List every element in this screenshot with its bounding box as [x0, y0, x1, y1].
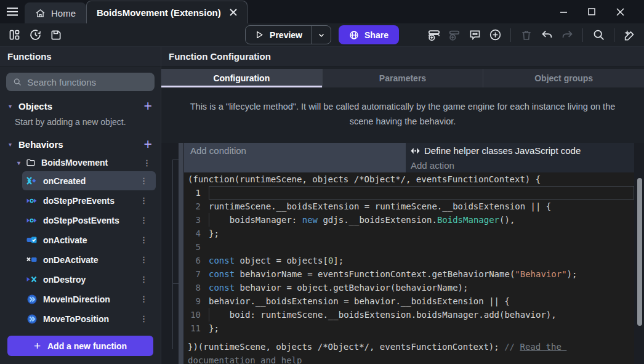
kebab-menu-icon[interactable]: ⋮ — [140, 235, 151, 245]
function-item-dosteppostevents[interactable]: doStepPostEvents ⋮ — [22, 211, 156, 230]
collapse-triangle-icon[interactable]: ▾ — [17, 160, 20, 166]
plus-circle-icon — [489, 28, 502, 41]
history-button[interactable] — [27, 27, 43, 43]
event-tree-line — [172, 160, 173, 349]
tab-close-icon[interactable] — [230, 9, 237, 16]
tab-configuration[interactable]: Configuration — [161, 69, 323, 87]
code-line[interactable]: 8const behavior = object.getBehavior(beh… — [184, 281, 634, 294]
code-scrollbar-thumb[interactable] — [637, 178, 642, 326]
preview-button-main[interactable]: Preview — [246, 26, 312, 44]
close-button[interactable] — [606, 0, 634, 23]
add-subevent-button[interactable] — [446, 27, 462, 43]
add-object-button[interactable]: + — [144, 99, 152, 113]
function-item-oncreated[interactable]: onCreated ⋮ — [22, 171, 156, 190]
main-menu-button[interactable] — [0, 0, 25, 23]
kebab-menu-icon[interactable]: ⋮ — [140, 294, 151, 304]
event-drag-handle[interactable] — [179, 143, 183, 364]
tab-extension-label: BoidsMovement (Extension) — [97, 7, 221, 18]
kebab-menu-icon[interactable]: ⋮ — [140, 255, 151, 264]
minimize-button[interactable] — [549, 0, 578, 23]
search-functions-box[interactable] — [6, 73, 155, 91]
save-button[interactable] — [48, 27, 64, 43]
maximize-button[interactable] — [578, 0, 606, 23]
function-item-label: onCreated — [43, 176, 86, 186]
function-item-onactivate[interactable]: onActivate ⋮ — [22, 230, 156, 249]
function-item-label: MoveToPosition — [43, 314, 109, 324]
kebab-menu-icon[interactable]: ⋮ — [140, 176, 151, 185]
function-item-moveindirection[interactable]: MoveInDirection ⋮ — [22, 289, 156, 309]
sidebar-title: Functions — [0, 47, 161, 67]
share-button[interactable]: Share — [339, 25, 399, 44]
line-number: 1 — [184, 186, 209, 200]
kebab-menu-icon[interactable]: ⋮ — [140, 196, 151, 205]
function-item-dosteppreevents[interactable]: doStepPreEvents ⋮ — [22, 191, 156, 210]
preview-dropdown-button[interactable] — [312, 26, 331, 44]
add-action-cell[interactable]: Add action — [406, 159, 634, 172]
close-icon — [616, 8, 624, 16]
toolbar-left — [6, 27, 245, 43]
kebab-menu-icon[interactable]: ⋮ — [140, 275, 151, 284]
add-behavior-button[interactable]: + — [144, 137, 152, 152]
code-line[interactable]: 10 boid: runtimeScene.__boidsExtension.b… — [184, 308, 634, 322]
add-condition-cell[interactable]: Add condition — [184, 143, 406, 172]
titlebar: Home BoidsMovement (Extension) — [0, 0, 644, 23]
event-tree-tick — [172, 160, 179, 160]
tab-home[interactable]: Home — [25, 2, 86, 23]
tab-object-groups[interactable]: Object groups — [483, 69, 644, 87]
add-event-icon — [427, 28, 441, 42]
function-item-label: onActivate — [43, 235, 87, 245]
collapse-triangle-icon[interactable]: ▾ — [9, 141, 12, 148]
edit-extension-button[interactable] — [622, 27, 638, 43]
function-item-ondestroy[interactable]: onDestroy ⋮ — [22, 270, 156, 289]
search-button[interactable] — [590, 27, 606, 43]
main-panel-title: Function Configuration — [161, 47, 644, 67]
add-event-button[interactable] — [426, 27, 442, 43]
search-functions-input[interactable] — [27, 77, 148, 87]
code-line[interactable]: 11}; — [184, 322, 634, 335]
code-line[interactable]: 5​ — [184, 240, 634, 254]
kebab-menu-icon[interactable]: ⋮ — [143, 158, 161, 168]
add-new-function-button[interactable]: + Add a new function — [7, 336, 153, 356]
line-number: 5 — [184, 240, 209, 254]
code-line[interactable]: 2runtimeScene.__boidsExtension = runtime… — [184, 200, 634, 213]
tab-parameters[interactable]: Parameters — [323, 69, 484, 87]
oncreated-icon — [26, 176, 37, 186]
function-item-ondeactivate[interactable]: onDeActivate ⋮ — [22, 250, 156, 269]
minimize-icon — [560, 8, 568, 16]
behaviors-section-header: ▾ Behaviors + — [0, 134, 161, 154]
code-line[interactable]: 4}; — [184, 227, 634, 240]
line-number: 6 — [184, 254, 209, 267]
function-item-movetoposition[interactable]: MoveToPosition ⋮ — [22, 309, 156, 328]
line-number: 10 — [184, 308, 209, 322]
behavior-group-row[interactable]: ▾ BoidsMovement ⋮ — [0, 154, 161, 171]
toolbar-divider — [614, 28, 614, 42]
kebab-menu-icon[interactable]: ⋮ — [140, 314, 151, 323]
trash-icon — [520, 29, 533, 41]
toolbar-divider — [510, 28, 511, 42]
add-new-button[interactable] — [487, 27, 503, 43]
events-sheet[interactable]: Add condition Define helper classes Java… — [161, 143, 644, 364]
functions-sidebar: Functions ▾ Objects + Start by adding a … — [0, 47, 161, 364]
code-line[interactable]: 3 boidsManager: new gdjs.__boidsExtensio… — [184, 213, 634, 227]
objects-section-label: Objects — [18, 101, 52, 111]
code-line[interactable]: 1​ — [184, 186, 634, 200]
redo-button[interactable] — [559, 27, 575, 43]
undo-button[interactable] — [539, 27, 555, 43]
code-line[interactable]: 6const object = objects[0]; — [184, 254, 634, 267]
js-event-title[interactable]: Define helper classes JavaScript code — [406, 143, 634, 159]
collapse-triangle-icon[interactable]: ▾ — [9, 103, 12, 110]
tab-extension[interactable]: BoidsMovement (Extension) — [86, 1, 248, 23]
toolbar-divider — [582, 28, 583, 42]
code-editor[interactable]: (function(runtimeScene, objects /*Object… — [184, 172, 634, 364]
function-item-label: onDeActivate — [43, 255, 98, 265]
code-line[interactable]: 7const behaviorName = eventsFunctionCont… — [184, 267, 634, 281]
event-body: Add condition Define helper classes Java… — [184, 143, 634, 364]
delete-button[interactable] — [518, 27, 534, 43]
javascript-code-event[interactable]: Add condition Define helper classes Java… — [179, 143, 634, 364]
project-manager-button[interactable] — [6, 27, 22, 43]
window-controls — [549, 0, 644, 23]
kebab-menu-icon[interactable]: ⋮ — [140, 216, 151, 225]
add-comment-button[interactable] — [467, 27, 483, 43]
code-line[interactable]: 9behavior.__boidsExtension = behavior.__… — [184, 294, 634, 308]
preview-button[interactable]: Preview — [245, 25, 331, 44]
